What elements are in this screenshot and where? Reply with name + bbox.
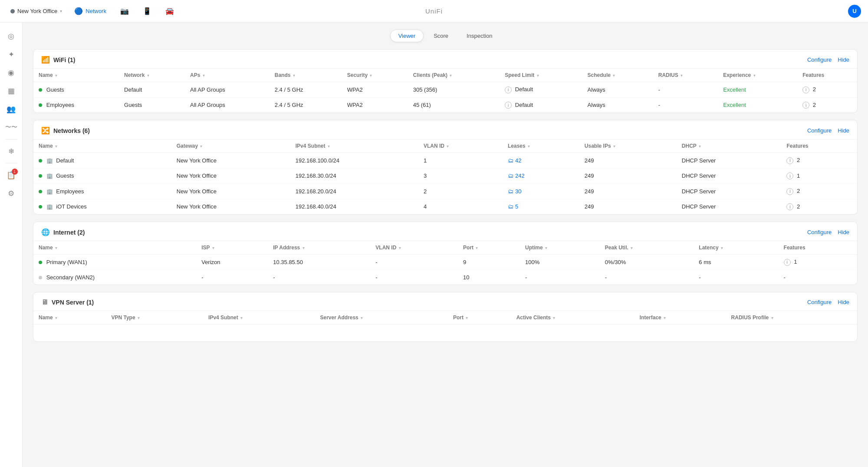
vpn-configure-button[interactable]: Configure — [807, 299, 832, 305]
net-col-name[interactable]: Name ▾ — [33, 139, 171, 153]
tab-network[interactable]: 🔵 Network — [69, 4, 112, 18]
vpn-title-label: VPN Server (1) — [52, 299, 94, 306]
net-status-dot-1 — [39, 174, 42, 178]
networks-configure-button[interactable]: Configure — [807, 127, 832, 134]
sidebar-item-users[interactable]: 👥 — [3, 101, 20, 117]
sidebar-item-settings[interactable]: ⚙ — [3, 185, 20, 202]
net-col-leases[interactable]: Leases ▾ — [503, 139, 579, 153]
net-col-ipv4[interactable]: IPv4 Subnet ▾ — [290, 139, 418, 153]
vpn-section: 🖥 VPN Server (1) Configure Hide Name ▾ V… — [33, 292, 858, 342]
int-col-port[interactable]: Port ▾ — [458, 241, 520, 255]
sidebar-item-dashboard[interactable]: ◎ — [3, 28, 20, 44]
discover-icon: ◉ — [8, 68, 14, 77]
tab-viewer[interactable]: Viewer — [390, 30, 424, 42]
sidebar-item-stats[interactable]: ▦ — [3, 83, 20, 99]
net-type-icon-1: 🏢 — [46, 173, 53, 179]
wifi-row-guests-name: Guests — [33, 82, 119, 98]
wifi-col-radius[interactable]: RADIUS ▾ — [653, 69, 718, 82]
sidebar-item-topology[interactable]: ✦ — [3, 46, 20, 63]
internet-configure-button[interactable]: Configure — [807, 229, 832, 235]
sidebar-item-security[interactable]: ❄ — [3, 143, 20, 159]
leases-icon-3: 🗂 — [508, 203, 513, 210]
leases-icon-0: 🗂 — [508, 157, 513, 164]
tab-inspection[interactable]: Inspection — [458, 30, 500, 42]
networks-hide-button[interactable]: Hide — [838, 127, 849, 134]
net-col-usable[interactable]: Usable IPs ▾ — [579, 139, 677, 153]
net-col-dhcp[interactable]: DHCP ▾ — [677, 139, 782, 153]
vpn-section-actions: Configure Hide — [807, 299, 849, 305]
wifi-col-experience[interactable]: Experience ▾ — [718, 69, 797, 82]
speed-limit-info-icon-2[interactable]: i — [505, 102, 512, 109]
net-features-info-2[interactable]: i — [786, 188, 793, 195]
net-features-info-1[interactable]: i — [786, 172, 793, 179]
net-col-vlan[interactable]: VLAN ID ▾ — [418, 139, 503, 153]
dashboard-icon: ◎ — [8, 32, 14, 41]
sidebar-divider-2 — [5, 163, 17, 163]
vpn-col-type[interactable]: VPN Type ▾ — [106, 311, 203, 325]
sidebar-item-wireless[interactable]: 〜〜 — [3, 119, 20, 136]
view-tabs: Viewer Score Inspection — [33, 30, 858, 42]
networks-section-title: 🔀 Networks (6) — [41, 126, 90, 135]
leases-link-2[interactable]: 🗂 30 — [508, 188, 574, 195]
net-row-iot: 🏢 iOT Devices New York Office 192.168.40… — [33, 199, 857, 214]
leases-link-0[interactable]: 🗂 42 — [508, 157, 574, 164]
internet-section: 🌐 Internet (2) Configure Hide Name ▾ ISP… — [33, 222, 858, 285]
user-avatar[interactable]: U — [848, 5, 861, 18]
vpn-icon: 🖥 — [41, 298, 48, 306]
wifi-hide-button[interactable]: Hide — [838, 56, 849, 63]
vpn-col-server[interactable]: Server Address ▾ — [315, 311, 448, 325]
vpn-col-subnet[interactable]: IPv4 Subnet ▾ — [203, 311, 315, 325]
wifi-configure-button[interactable]: Configure — [807, 56, 832, 63]
net-features-info-0[interactable]: i — [786, 157, 793, 164]
wifi-col-speed-limit[interactable]: Speed Limit ▾ — [500, 69, 582, 82]
net-col-gateway[interactable]: Gateway ▾ — [171, 139, 290, 153]
int-col-ip[interactable]: IP Address ▾ — [268, 241, 370, 255]
vpn-col-interface[interactable]: Interface ▾ — [635, 311, 726, 325]
vpn-hide-button[interactable]: Hide — [838, 299, 849, 305]
int-status-dot-0 — [39, 261, 42, 264]
int-col-latency[interactable]: Latency ▾ — [694, 241, 778, 255]
int-features-info-0[interactable]: i — [784, 259, 791, 266]
protect-tab-icon: 📷 — [120, 7, 129, 15]
leases-link-1[interactable]: 🗂 242 — [508, 172, 574, 179]
tab-score[interactable]: Score — [425, 30, 457, 42]
site-selector[interactable]: New York Office ▾ — [7, 6, 66, 16]
net-type-icon-3: 🏢 — [46, 204, 53, 210]
wifi-title-label: WiFi (1) — [53, 56, 75, 63]
wifi-col-network[interactable]: Network ▾ — [119, 69, 185, 82]
speed-limit-info-icon[interactable]: i — [505, 86, 512, 93]
internet-hide-button[interactable]: Hide — [838, 229, 849, 235]
wifi-col-schedule[interactable]: Schedule ▾ — [582, 69, 653, 82]
wifi-col-aps[interactable]: APs ▾ — [185, 69, 270, 82]
wifi-col-bands[interactable]: Bands ▾ — [270, 69, 342, 82]
tab-access[interactable]: 📱 — [138, 4, 157, 18]
vpn-col-radius[interactable]: RADIUS Profile ▾ — [726, 311, 857, 325]
vpn-col-active-clients[interactable]: Active Clients ▾ — [511, 311, 635, 325]
features-info-icon-1[interactable]: i — [802, 102, 809, 109]
internet-section-actions: Configure Hide — [807, 229, 849, 235]
tab-connect[interactable]: 🚘 — [160, 4, 179, 18]
tab-protect[interactable]: 📷 — [115, 4, 134, 18]
int-col-vlan[interactable]: VLAN ID ▾ — [370, 241, 458, 255]
networks-section-header: 🔀 Networks (6) Configure Hide — [33, 120, 857, 139]
vpn-col-name[interactable]: Name ▾ — [33, 311, 106, 325]
int-col-uptime[interactable]: Uptime ▾ — [520, 241, 600, 255]
wifi-col-security[interactable]: Security ▾ — [342, 69, 408, 82]
int-col-isp[interactable]: ISP ▾ — [196, 241, 268, 255]
wifi-col-clients-peak[interactable]: Clients (Peak) ▾ — [408, 69, 500, 82]
int-col-peak-util[interactable]: Peak Util. ▾ — [600, 241, 694, 255]
features-info-icon-0[interactable]: i — [802, 86, 809, 93]
gear-icon: ⚙ — [8, 189, 14, 198]
connect-tab-icon: 🚘 — [165, 7, 174, 15]
leases-link-3[interactable]: 🗂 5 — [508, 203, 574, 210]
sidebar-divider-1 — [5, 139, 17, 139]
status-dot-green-2 — [39, 103, 42, 107]
sidebar-item-discover[interactable]: ◉ — [3, 64, 20, 81]
wifi-col-name[interactable]: Name ▾ — [33, 69, 119, 82]
sidebar-item-alerts[interactable]: 📋 1 — [3, 167, 20, 183]
vpn-col-port[interactable]: Port ▾ — [448, 311, 511, 325]
main-layout: ◎ ✦ ◉ ▦ 👥 〜〜 ❄ 📋 1 ⚙ V — [0, 23, 868, 467]
wireless-icon: 〜〜 — [5, 123, 17, 131]
net-features-info-3[interactable]: i — [786, 203, 793, 210]
int-col-name[interactable]: Name ▾ — [33, 241, 196, 255]
